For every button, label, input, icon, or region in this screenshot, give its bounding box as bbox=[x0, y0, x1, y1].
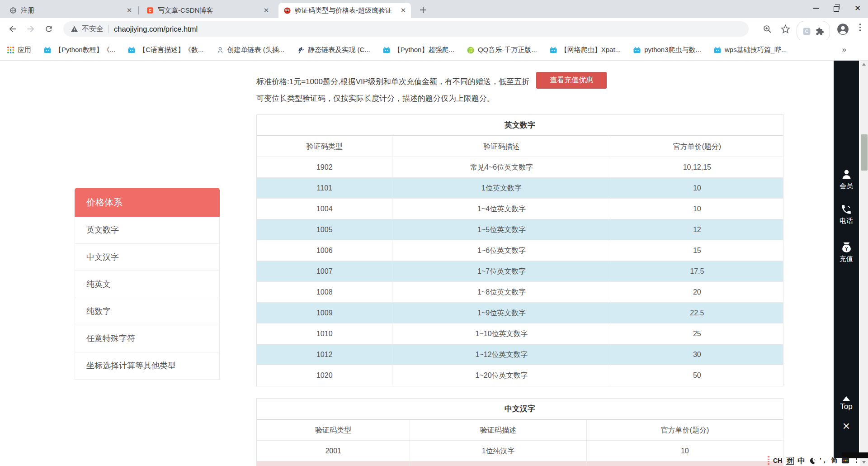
table-cell: 50 bbox=[611, 365, 783, 386]
table-header-cell: 官方单价(题分) bbox=[587, 420, 783, 440]
table-cell: 30 bbox=[611, 344, 783, 365]
ime-fullhalf-moon-icon[interactable] bbox=[809, 457, 816, 464]
scrollbar-thumb[interactable] bbox=[861, 134, 868, 171]
bilibili-icon bbox=[549, 46, 557, 54]
table-cell: 1~12位英文数字 bbox=[392, 344, 611, 365]
security-label[interactable]: 不安全 bbox=[82, 24, 104, 34]
ime-punctuation-toggle[interactable]: '， bbox=[820, 456, 827, 465]
bookmark-item-3[interactable]: 【C语言描述】《数... bbox=[127, 46, 203, 54]
ime-toolbox-icon[interactable] bbox=[841, 456, 849, 465]
bookmarks-overflow-chevron[interactable]: » bbox=[842, 45, 846, 54]
close-button[interactable]: ✕ bbox=[847, 0, 868, 16]
bookmark-label: 静态链表及实现 (C... bbox=[308, 46, 370, 54]
widget-close-icon: × bbox=[843, 419, 850, 433]
widget-label: 会员 bbox=[834, 182, 859, 190]
back-to-top-button[interactable]: Top bbox=[834, 396, 859, 411]
table-cell: 1~7位英文数字 bbox=[392, 261, 611, 281]
table-cell: 22.5 bbox=[611, 303, 783, 323]
bookmark-label: 应用 bbox=[18, 46, 31, 54]
sidebar-item-2[interactable]: 中文汉字 bbox=[75, 244, 219, 271]
ime-pinyin-toggle[interactable]: 拼 bbox=[786, 457, 794, 465]
bookmark-star-button[interactable] bbox=[781, 21, 790, 37]
price-table-2: 中文汉字验证码类型验证码描述官方单价(题分)20011位纯汉字10 bbox=[256, 398, 783, 466]
maximize-button[interactable] bbox=[826, 0, 847, 16]
table-cell: 10,12,15 bbox=[611, 157, 783, 177]
close-icon: ✕ bbox=[854, 5, 861, 12]
table-cell: 10 bbox=[587, 441, 783, 461]
bilibili-icon bbox=[127, 46, 136, 54]
sidebar-item-1[interactable]: 英文数字 bbox=[75, 217, 219, 244]
table-cell: 1009 bbox=[257, 303, 392, 323]
view-recharge-offers-button[interactable]: 查看充值优惠 bbox=[536, 72, 607, 89]
tab-close-icon[interactable]: ✕ bbox=[399, 6, 407, 14]
scrollbar-down-arrow[interactable] bbox=[862, 461, 866, 464]
bookmark-item-8[interactable]: 【网络爬虫】Xpat... bbox=[549, 46, 621, 54]
extensions-puzzle-icon[interactable] bbox=[816, 27, 824, 36]
member-icon bbox=[834, 168, 859, 181]
sidebar-header: 价格体系 bbox=[75, 188, 220, 217]
bookmark-item-10[interactable]: wps基础技巧篇_哔... bbox=[713, 46, 787, 54]
scrollbar-up-arrow[interactable] bbox=[862, 63, 866, 66]
tab-close-icon[interactable]: ✕ bbox=[262, 6, 270, 14]
person-icon bbox=[216, 46, 224, 54]
url-text[interactable]: chaojiying.com/price.html bbox=[114, 25, 198, 33]
forward-button[interactable] bbox=[22, 20, 40, 38]
ime-drag-handle[interactable] bbox=[768, 456, 769, 465]
phone-icon bbox=[834, 204, 859, 215]
recharge-widget[interactable]: ¥充值 bbox=[834, 241, 859, 263]
tab-2[interactable]: C写文章-CSDN博客✕ bbox=[142, 3, 274, 18]
bookmark-label: 【Python教程】《... bbox=[55, 46, 115, 54]
table-cell: 1902 bbox=[257, 157, 392, 177]
bookmark-item-9[interactable]: python3爬虫与数... bbox=[633, 46, 701, 54]
bookmark-item-6[interactable]: 【Python】超强爬... bbox=[382, 46, 454, 54]
sidebar-item-6[interactable]: 坐标选择计算等其他类型 bbox=[75, 352, 219, 379]
bookmark-item-7[interactable]: QQ音乐-千万正版... bbox=[467, 46, 537, 54]
minimize-button[interactable] bbox=[806, 0, 826, 16]
ime-chinese-mode[interactable]: 中 bbox=[797, 456, 805, 466]
sidebar-item-4[interactable]: 纯数字 bbox=[75, 298, 219, 325]
table-cell: 1位纯汉字 bbox=[410, 441, 586, 461]
table-cell: 10 bbox=[611, 199, 783, 219]
member-widget[interactable]: 会员 bbox=[834, 168, 859, 190]
browser-menu-button[interactable] bbox=[857, 21, 864, 43]
not-secure-warning-icon[interactable] bbox=[71, 25, 78, 33]
tab-3[interactable]: 验证码类型与价格表-超级鹰验证✕ bbox=[278, 3, 411, 18]
address-bar[interactable]: 不安全 chaojiying.com/price.html bbox=[63, 21, 749, 37]
table-cell: 1~9位英文数字 bbox=[392, 303, 611, 323]
bookmark-item-2[interactable]: 【Python教程】《... bbox=[43, 46, 115, 54]
back-icon bbox=[8, 24, 18, 34]
table-cell: 1012 bbox=[257, 344, 392, 365]
zoom-button[interactable] bbox=[763, 21, 772, 37]
back-button[interactable] bbox=[4, 20, 22, 38]
page-scrollbar[interactable] bbox=[860, 61, 868, 466]
phone-widget[interactable]: 电话 bbox=[834, 204, 859, 225]
bookmark-label: wps基础技巧篇_哔... bbox=[725, 46, 787, 54]
table-cell: 1~20位英文数字 bbox=[392, 365, 611, 386]
tab-title: 注册 bbox=[21, 6, 122, 15]
tab-strip: 注册✕C写文章-CSDN博客✕验证码类型与价格表-超级鹰验证✕ ✕ bbox=[0, 0, 868, 18]
sidebar-item-3[interactable]: 纯英文 bbox=[75, 271, 219, 298]
bookmark-item-4[interactable]: 创建单链表 (头插... bbox=[216, 46, 285, 54]
omnibox-separator bbox=[108, 25, 108, 33]
reload-button[interactable] bbox=[40, 20, 58, 38]
qq-music-icon bbox=[467, 46, 475, 54]
widget-close-button[interactable]: × bbox=[834, 420, 859, 433]
new-tab-button[interactable] bbox=[417, 4, 429, 16]
ime-simplified-toggle[interactable]: 简 bbox=[831, 456, 838, 465]
table-cell: 1~5位英文数字 bbox=[392, 219, 611, 240]
bookmark-item-5[interactable]: 静态链表及实现 (C... bbox=[297, 46, 370, 54]
table-row: 11011位英文数字10 bbox=[257, 178, 783, 199]
tab-1[interactable]: 注册✕ bbox=[5, 3, 137, 18]
sidebar-item-5[interactable]: 任意特殊字符 bbox=[75, 325, 219, 352]
ime-language-label[interactable]: CH bbox=[773, 457, 782, 464]
bookmark-item-1[interactable]: 应用 bbox=[6, 46, 31, 54]
csdn-extension-icon[interactable]: C bbox=[802, 27, 811, 36]
page-content: 标准价格:1元=1000题分,根据VIP级别和单次充值金额，有不同的赠送，低至五… bbox=[0, 61, 868, 466]
intro-line-1: 标准价格:1元=1000题分,根据VIP级别和单次充值金额，有不同的赠送，低至五… bbox=[256, 73, 529, 90]
window-controls: ✕ bbox=[806, 0, 868, 16]
profile-avatar[interactable] bbox=[837, 21, 849, 37]
bookmark-label: 【网络爬虫】Xpat... bbox=[561, 46, 621, 54]
tab-close-icon[interactable]: ✕ bbox=[125, 6, 133, 14]
ime-menu-dots[interactable] bbox=[856, 458, 858, 463]
table-cell: 1~10位英文数字 bbox=[392, 323, 611, 344]
